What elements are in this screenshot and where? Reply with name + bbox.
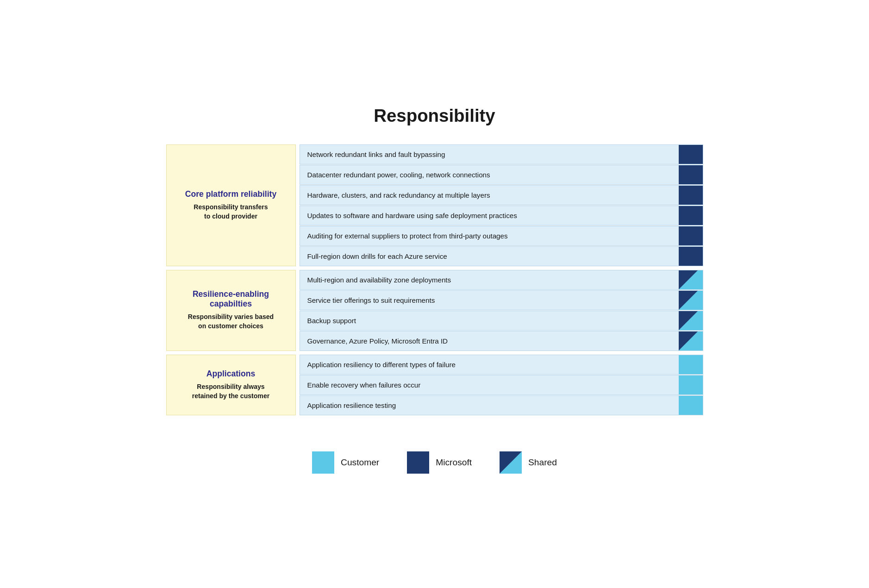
customer-icon — [679, 355, 703, 374]
item-indicator-microsoft — [679, 165, 703, 184]
section-subtitle-core-platform: Responsibility transfers to cloud provid… — [194, 203, 268, 221]
section-label-resilience-enabling: Resilience-enabling capabiltiesResponsib… — [166, 270, 296, 351]
microsoft-icon — [679, 226, 703, 245]
item-text: Governance, Azure Policy, Microsoft Entr… — [300, 332, 679, 350]
item-indicator-microsoft — [679, 247, 703, 266]
item-indicator-microsoft — [679, 186, 703, 205]
section-items-core-platform: Network redundant links and fault bypass… — [300, 144, 703, 266]
section-row-resilience-enabling: Resilience-enabling capabiltiesResponsib… — [166, 270, 703, 351]
legend-icon-customer — [312, 451, 334, 474]
legend-label-microsoft: Microsoft — [436, 457, 472, 468]
item-row: Hardware, clusters, and rack redundancy … — [300, 185, 703, 205]
shared-icon — [679, 311, 703, 330]
legend-item-microsoft: Microsoft — [407, 451, 472, 474]
item-text: Multi-region and availability zone deplo… — [300, 270, 679, 289]
legend-icon-shared — [500, 451, 522, 474]
legend-label-shared: Shared — [528, 457, 557, 468]
microsoft-icon — [679, 206, 703, 225]
section-title-core-platform: Core platform reliability — [185, 189, 276, 199]
item-indicator-customer — [679, 355, 703, 374]
section-title-applications: Applications — [206, 369, 256, 379]
customer-icon — [679, 396, 703, 415]
page-container: Responsibility Core platform reliability… — [157, 87, 713, 501]
item-text: Updates to software and hardware using s… — [300, 206, 679, 225]
item-row: Governance, Azure Policy, Microsoft Entr… — [300, 331, 703, 351]
item-indicator-customer — [679, 396, 703, 415]
item-text: Auditing for external suppliers to prote… — [300, 226, 679, 245]
section-title-resilience-enabling: Resilience-enabling capabilties — [174, 289, 288, 309]
item-indicator-shared — [679, 291, 703, 310]
item-text: Full-region down drills for each Azure s… — [300, 247, 679, 266]
legend-item-shared: Shared — [500, 451, 557, 474]
item-indicator-shared — [679, 270, 703, 289]
shared-icon — [679, 270, 703, 289]
shared-icon — [679, 291, 703, 310]
item-indicator-shared — [679, 311, 703, 330]
legend-icon-microsoft — [407, 451, 429, 474]
microsoft-icon — [679, 145, 703, 164]
page-title: Responsibility — [166, 106, 703, 126]
item-text: Network redundant links and fault bypass… — [300, 145, 679, 164]
item-text: Application resiliency to different type… — [300, 355, 679, 374]
item-text: Enable recovery when failures occur — [300, 375, 679, 394]
microsoft-icon — [679, 186, 703, 205]
microsoft-icon — [679, 165, 703, 184]
item-row: Network redundant links and fault bypass… — [300, 144, 703, 164]
item-text: Service tier offerings to suit requireme… — [300, 291, 679, 310]
shared-icon — [679, 332, 703, 350]
section-label-core-platform: Core platform reliabilityResponsibility … — [166, 144, 296, 266]
legend-label-customer: Customer — [341, 457, 379, 468]
legend-item-customer: Customer — [312, 451, 379, 474]
section-label-applications: ApplicationsResponsibility always retain… — [166, 355, 296, 415]
item-text: Backup support — [300, 311, 679, 330]
microsoft-icon — [679, 247, 703, 266]
section-items-applications: Application resiliency to different type… — [300, 355, 703, 415]
section-row-core-platform: Core platform reliabilityResponsibility … — [166, 144, 703, 266]
item-row: Updates to software and hardware using s… — [300, 206, 703, 225]
item-indicator-microsoft — [679, 206, 703, 225]
section-items-resilience-enabling: Multi-region and availability zone deplo… — [300, 270, 703, 351]
item-row: Datacenter redundant power, cooling, net… — [300, 165, 703, 185]
item-row: Full-region down drills for each Azure s… — [300, 246, 703, 266]
section-subtitle-applications: Responsibility always retained by the cu… — [192, 382, 269, 400]
item-indicator-microsoft — [679, 145, 703, 164]
item-text: Hardware, clusters, and rack redundancy … — [300, 186, 679, 205]
customer-icon — [679, 375, 703, 394]
legend-section: CustomerMicrosoftShared — [166, 442, 703, 483]
item-indicator-microsoft — [679, 226, 703, 245]
item-row: Multi-region and availability zone deplo… — [300, 270, 703, 290]
item-indicator-customer — [679, 375, 703, 394]
item-text: Application resilience testing — [300, 396, 679, 415]
item-text: Datacenter redundant power, cooling, net… — [300, 165, 679, 184]
item-row: Backup support — [300, 311, 703, 331]
item-row: Auditing for external suppliers to prote… — [300, 226, 703, 246]
item-row: Application resilience testing — [300, 395, 703, 415]
section-subtitle-resilience-enabling: Responsibility varies based on customer … — [188, 313, 274, 331]
main-content: Core platform reliabilityResponsibility … — [166, 144, 703, 419]
item-row: Application resiliency to different type… — [300, 355, 703, 375]
item-indicator-shared — [679, 332, 703, 350]
section-row-applications: ApplicationsResponsibility always retain… — [166, 355, 703, 415]
item-row: Service tier offerings to suit requireme… — [300, 290, 703, 310]
item-row: Enable recovery when failures occur — [300, 375, 703, 395]
